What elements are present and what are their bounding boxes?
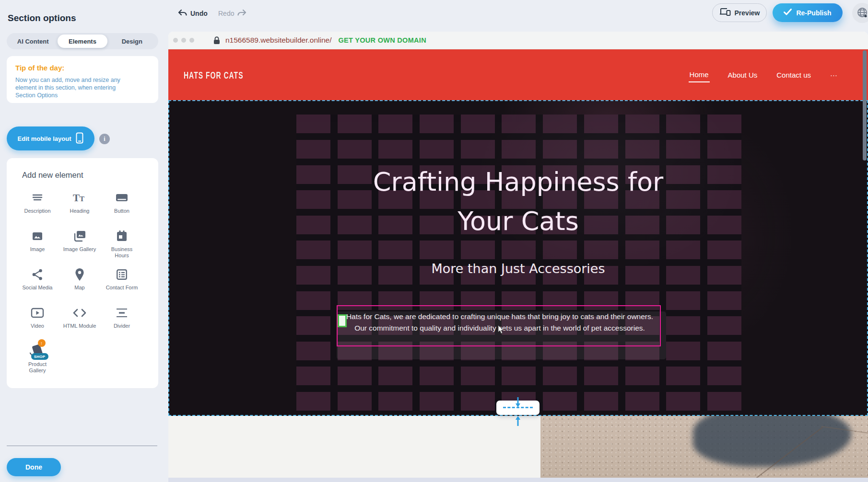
add-element-panel: Add new element DescriptionTTHeadingButt…: [7, 158, 158, 388]
mobile-phone-icon: [76, 132, 83, 145]
element-item-label: HTML Module: [63, 323, 96, 329]
shop-badge: SHOP: [31, 353, 48, 360]
image-gallery-icon: [73, 230, 86, 243]
button-icon: [115, 191, 129, 205]
element-item-map[interactable]: Map: [59, 264, 101, 299]
done-button[interactable]: Done: [7, 458, 61, 476]
cat-shadow: [693, 416, 851, 467]
element-item-image[interactable]: Image: [16, 226, 59, 261]
element-item-video[interactable]: Video: [16, 302, 59, 338]
browser-preview-window: n1566589.websitebuilder.online/ GET YOUR…: [168, 32, 868, 482]
description-icon: [31, 191, 44, 205]
hero-paragraph-line1: Hats for Cats, we are dedicated to craft…: [344, 311, 655, 322]
business-hours-icon: [116, 230, 128, 243]
add-element-heading: Add new element: [7, 158, 158, 180]
tip-body: Now you can add, move and resize any ele…: [15, 76, 135, 99]
tab-design[interactable]: Design: [107, 34, 157, 48]
element-item-product-gallery[interactable]: SHOP↑Product Gallery: [16, 341, 59, 376]
next-section-floor-image[interactable]: [540, 416, 868, 482]
scrollbar-thumb[interactable]: [863, 50, 867, 161]
element-item-label: Map: [74, 285, 84, 291]
element-item-image-gallery[interactable]: Image Gallery: [59, 226, 101, 261]
element-item-label: Contact Form: [106, 285, 138, 291]
heading-icon: TT: [72, 191, 87, 205]
nav-item-home[interactable]: Home: [689, 68, 710, 82]
map-icon: [74, 268, 85, 281]
hero-subtitle[interactable]: More than Just Accessories: [169, 261, 867, 276]
panel-divider: [7, 446, 157, 446]
selected-hero-section[interactable]: Crafting Happiness for Your Cats More th…: [168, 100, 868, 416]
hero-title-line2: Your Cats: [169, 202, 867, 241]
republish-label: Re-Publish: [796, 9, 831, 17]
url-text[interactable]: n1566589.websitebuilder.online/: [225, 36, 331, 45]
lock-icon: [213, 36, 220, 45]
upgrade-arrow-badge: ↑: [38, 339, 46, 347]
tip-heading: Tip of the day:: [15, 64, 150, 72]
html-module-icon: [72, 306, 87, 320]
edit-mobile-layout-button[interactable]: Edit mobile layout: [7, 126, 94, 150]
next-section-left[interactable]: [168, 416, 540, 482]
video-icon: [31, 306, 44, 320]
divider-icon: [115, 306, 129, 320]
browser-traffic-dots: [173, 38, 194, 43]
element-item-divider[interactable]: Divider: [101, 302, 143, 338]
nav-item-about-us[interactable]: About Us: [727, 68, 759, 82]
redo-label: Redo: [218, 10, 234, 17]
svg-text:T: T: [73, 192, 80, 204]
element-item-label: Business Hours: [105, 246, 139, 259]
hero-title-line1: Crafting Happiness for: [169, 162, 867, 202]
element-item-description[interactable]: Description: [16, 187, 59, 223]
language-globe-button[interactable]: [852, 3, 868, 23]
sidebar-tabs: AI ContentElementsDesign: [7, 33, 158, 49]
preview-label: Preview: [735, 9, 760, 17]
site-logo[interactable]: HATS FOR CATS: [184, 70, 243, 80]
element-item-button[interactable]: Button: [101, 187, 143, 223]
image-icon: [31, 230, 44, 243]
element-item-social-media[interactable]: Social Media: [16, 264, 59, 299]
tab-elements[interactable]: Elements: [58, 34, 107, 48]
social-media-icon: [31, 268, 44, 281]
page-title: Section options: [8, 13, 76, 23]
nav-item-more[interactable]: ···: [829, 68, 838, 82]
undo-button[interactable]: Undo: [177, 7, 208, 20]
undo-icon: [177, 9, 187, 18]
mouse-cursor: [497, 325, 504, 336]
nav-item-contact-us[interactable]: Contact us: [775, 68, 812, 82]
svg-text:T: T: [80, 195, 84, 203]
product-gallery-icon: SHOP↑: [34, 344, 42, 358]
get-domain-link[interactable]: GET YOUR OWN DOMAIN: [338, 36, 426, 44]
check-icon: [784, 9, 792, 17]
element-item-label: Divider: [114, 323, 130, 329]
viewport-bottom-strip: [168, 478, 868, 482]
element-item-business-hours[interactable]: Business Hours: [101, 226, 143, 261]
tip-card: Tip of the day: Now you can add, move an…: [7, 56, 158, 103]
undo-label: Undo: [190, 10, 208, 17]
site-header[interactable]: HATS FOR CATS HomeAbout UsContact us···: [168, 49, 868, 100]
element-item-label: Image Gallery: [63, 246, 96, 252]
element-item-contact-form[interactable]: Contact Form: [101, 264, 143, 299]
republish-button[interactable]: Re-Publish: [773, 3, 843, 22]
app: Section options AI ContentElementsDesign…: [0, 0, 868, 482]
contact-form-icon: [116, 268, 128, 281]
tab-ai-content[interactable]: AI Content: [8, 34, 58, 48]
element-item-heading[interactable]: TTHeading: [59, 187, 101, 223]
element-item-label: Description: [24, 208, 50, 214]
element-item-label: Video: [31, 323, 44, 329]
globe-icon: [856, 7, 868, 20]
devices-icon: [719, 8, 731, 18]
site-nav: HomeAbout UsContact us···: [689, 49, 838, 100]
browser-chrome: n1566589.websitebuilder.online/ GET YOUR…: [168, 32, 868, 49]
element-item-label: Product Gallery: [21, 361, 54, 374]
element-grid: DescriptionTTHeadingButtonImageImage Gal…: [7, 180, 158, 376]
preview-button[interactable]: Preview: [712, 3, 767, 22]
element-item-label: Social Media: [23, 285, 53, 291]
element-item-label: Heading: [70, 208, 90, 214]
redo-icon: [237, 9, 247, 18]
redo-button[interactable]: Redo: [218, 7, 247, 20]
element-item-label: Button: [114, 208, 129, 214]
element-item-label: Image: [30, 246, 45, 252]
hero-title[interactable]: Crafting Happiness for Your Cats: [169, 162, 867, 241]
element-item-html-module[interactable]: HTML Module: [59, 302, 101, 338]
info-icon[interactable]: i: [99, 134, 110, 144]
resize-arrows-icon: [514, 397, 522, 426]
